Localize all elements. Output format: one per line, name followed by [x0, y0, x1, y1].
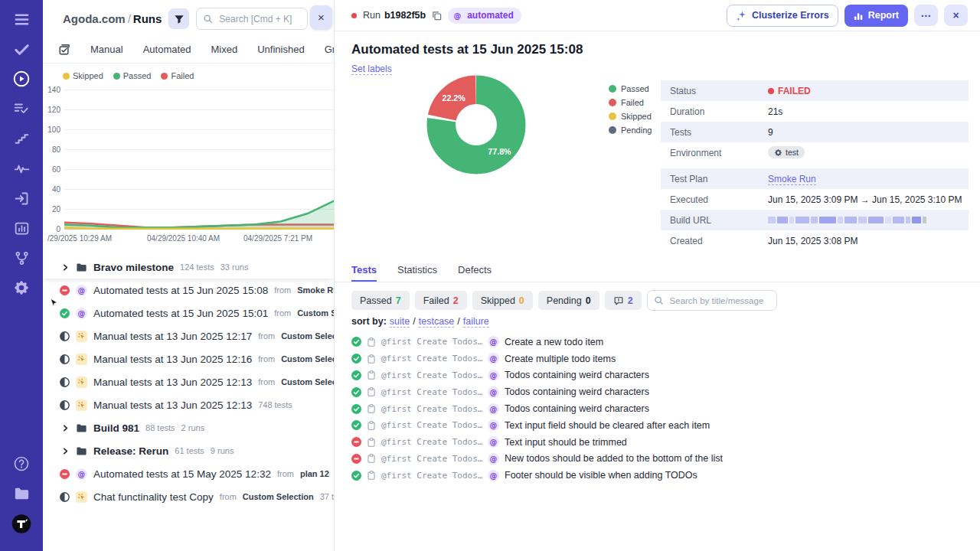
filter-pill-skipped[interactable]: Skipped0	[472, 291, 533, 310]
automated-tag[interactable]: @ automated	[448, 8, 521, 24]
test-row[interactable]: @first Create Todos…@Todos containing we…	[351, 400, 974, 417]
test-title: New todos should be added to the bottom …	[505, 453, 723, 464]
results-donut-chart: 22.2%77.8%	[423, 73, 529, 176]
sidebar-bottom-icons	[11, 454, 31, 543]
test-plan-link[interactable]: Smoke Run	[768, 174, 816, 185]
run-name: Automated tests at 15 Jun 2025 15:08	[93, 285, 268, 296]
status-failed-icon	[60, 469, 70, 479]
sidebar-check-icon[interactable]	[11, 39, 31, 59]
copy-icon[interactable]	[432, 11, 442, 21]
filter-pill-pending[interactable]: Pending0	[538, 291, 599, 310]
sidebar-menu-icon[interactable]	[11, 9, 31, 29]
sidebar-branch-icon[interactable]	[11, 248, 31, 268]
chevron-right-icon[interactable]	[61, 424, 70, 432]
run-source: Custom Selection	[281, 354, 334, 364]
run-info-table: StatusFAILEDDuration21sTests9Environment…	[661, 80, 969, 251]
tab-manual[interactable]: Manual	[90, 44, 123, 55]
run-row[interactable]: Manual tests at 13 Jun 2025 12:16fromCus…	[43, 347, 334, 370]
svg-text:@: @	[490, 404, 498, 412]
test-row[interactable]: @first Create Todos…@Footer should be vi…	[351, 467, 974, 484]
filter-pill-comments[interactable]: 2	[605, 291, 642, 310]
run-folder-row[interactable]: Release: Rerun61 tests9 runs	[43, 439, 334, 462]
run-list: Bravo milestone124 tests33 runs@Automate…	[43, 256, 334, 508]
sidebar-help-icon[interactable]	[11, 454, 31, 474]
sort-by-failure[interactable]: failure	[463, 316, 489, 328]
test-row[interactable]: @first Create Todos…@Create multiple tod…	[351, 350, 974, 367]
tab-defects[interactable]: Defects	[458, 264, 492, 282]
run-from-label: from	[258, 377, 275, 386]
run-row[interactable]: Manual tests at 13 Jun 2025 12:13748 tes…	[43, 393, 334, 416]
more-button[interactable]: ⋯	[914, 5, 938, 26]
test-row[interactable]: @first Create Todos…@New todos should be…	[351, 451, 974, 468]
sort-by-testcase[interactable]: testcase	[419, 316, 455, 328]
sidebar-activity-icon[interactable]	[11, 158, 31, 178]
tab-unfinished[interactable]: Unfinished	[257, 44, 304, 55]
run-row[interactable]: Manual tests at 13 Jun 2025 12:13fromCus…	[43, 370, 334, 393]
tab-automated[interactable]: Automated	[143, 44, 191, 55]
chevron-right-icon[interactable]	[61, 447, 70, 455]
filter-pill-failed[interactable]: Failed2	[415, 291, 467, 310]
sidebar-play-circle-icon[interactable]	[11, 69, 31, 89]
runs-search[interactable]	[196, 8, 308, 30]
breadcrumb-project[interactable]: Agoda.com	[63, 12, 126, 25]
kind-automated-icon: @	[488, 470, 499, 481]
run-row[interactable]: @Automated tests at 15 May 2025 12:32fro…	[43, 462, 334, 485]
test-title: Todos containing weird characters	[505, 386, 649, 397]
sidebar-logo-icon[interactable]	[11, 514, 31, 533]
tab-tests[interactable]: Tests	[351, 264, 377, 282]
runs-search-input[interactable]	[217, 13, 301, 25]
test-search[interactable]	[647, 290, 777, 311]
detail-close-button[interactable]: ×	[944, 5, 968, 26]
sidebar-sign-in-icon[interactable]	[11, 188, 31, 208]
tab-statistics[interactable]: Statistics	[397, 264, 437, 282]
tab-mixed[interactable]: Mixed	[211, 44, 238, 55]
sort-by-suite[interactable]: suite	[390, 316, 410, 328]
filter-button[interactable]	[168, 8, 189, 29]
run-folder-row[interactable]: Bravo milestone124 tests33 runs	[43, 256, 334, 279]
sidebar-bar-chart-icon[interactable]	[11, 218, 31, 238]
donut-legend-dot	[609, 85, 616, 93]
status-passed-icon	[351, 404, 361, 414]
chevron-right-icon[interactable]	[61, 263, 70, 272]
clusterize-errors-button[interactable]: Clusterize Errors	[727, 5, 838, 27]
report-button[interactable]: Report	[844, 5, 908, 27]
legend-dot	[113, 73, 120, 80]
test-row[interactable]: @first Create Todos…@Text input should b…	[351, 434, 974, 451]
test-row[interactable]: @first Create Todos…@Todos containing we…	[351, 383, 974, 400]
select-all-icon[interactable]	[58, 44, 70, 56]
folder-name: Bravo milestone	[93, 262, 174, 273]
test-suite: @first Create Todos…	[381, 420, 482, 430]
sidebar-gear-icon[interactable]	[11, 278, 31, 298]
status-partial-icon	[60, 492, 70, 502]
info-row-test-plan: Test PlanSmoke Run	[661, 168, 969, 189]
test-row[interactable]: @first Create Todos…@Todos containing we…	[351, 367, 974, 384]
test-row[interactable]: @first Create Todos…@Text input field sh…	[351, 417, 974, 434]
kind-automated-icon: @	[488, 386, 499, 398]
run-name: Chat functinality test Copy	[93, 491, 214, 503]
status-passed-icon	[351, 370, 361, 380]
legend-item-failed: Failed	[161, 71, 194, 80]
report-label: Report	[868, 10, 899, 21]
run-row[interactable]: Manual tests at 13 Jun 2025 12:17fromCus…	[43, 324, 334, 347]
tab-groups[interactable]: Groups	[325, 44, 335, 55]
sidebar-stairs-icon[interactable]	[11, 129, 31, 148]
run-row[interactable]: @Automated tests at 15 Jun 2025 15:01fro…	[43, 302, 334, 324]
filter-pill-passed[interactable]: Passed7	[351, 291, 410, 310]
test-row[interactable]: @first Create Todos…@Create a new todo i…	[351, 334, 974, 350]
set-labels-link[interactable]: Set labels	[351, 64, 392, 75]
folder-small-icon	[76, 445, 87, 457]
status-partial-icon	[60, 377, 70, 387]
sidebar-list-check-icon[interactable]	[11, 99, 31, 119]
test-search-input[interactable]	[668, 295, 770, 306]
run-source: Custom Selection	[243, 492, 314, 501]
kind-manual-icon	[76, 491, 87, 503]
run-row[interactable]: @Automated tests at 15 Jun 2025 15:08fro…	[43, 279, 334, 302]
chart-plot-area: 140120100806040200	[43, 90, 334, 230]
run-row[interactable]: Chat functinality test CopyfromCustom Se…	[43, 485, 334, 508]
run-folder-row[interactable]: Build 98188 tests2 runs	[43, 416, 334, 439]
kind-automated-icon: @	[488, 453, 499, 465]
panel-close-button[interactable]: ×	[310, 5, 332, 29]
sidebar-folder-big-icon[interactable]	[11, 484, 31, 504]
clipboard-icon	[367, 404, 376, 413]
svg-text:@: @	[490, 354, 498, 363]
